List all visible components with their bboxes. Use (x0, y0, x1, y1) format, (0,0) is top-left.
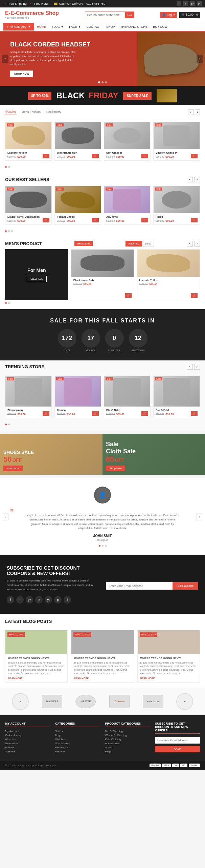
sale-badge: Sale (106, 123, 113, 126)
promo-cloth-btn[interactable]: Shop Now (106, 466, 125, 471)
mc-icon: MC (180, 764, 187, 767)
mens-nav: ‹ › (187, 241, 200, 246)
footer-link[interactable]: Women's Clothing (105, 734, 150, 737)
promo-cloth-sub: Cloth Sale (106, 448, 136, 455)
mens-tabs: Watches Belts (126, 241, 154, 246)
blog-image: May 10, 2015 (5, 630, 67, 654)
price-new: $99.00 (165, 155, 174, 158)
nav-trending[interactable]: TRENDING STORE (118, 22, 150, 31)
avatar: 👤 (95, 488, 110, 503)
product-card: Sale Bic G Brid $199.00 $99.00 🛒 (104, 376, 151, 418)
nav-shop[interactable]: SHOP (104, 22, 118, 31)
product-name: Lacoste Yellow (139, 279, 198, 282)
countdown-seconds: 12 SECONDS (129, 329, 147, 352)
add-to-cart-button[interactable]: 🛒 (191, 154, 198, 158)
product-info: Lacoste Yellow $199.00 $99.00 (137, 277, 200, 288)
brand-logo-chocolate: Chocolate (109, 695, 130, 708)
product-card: Lacoste Yellow $199.00 $99.00 🛒 (137, 249, 200, 300)
mens-tab-belts[interactable]: Belts (142, 241, 154, 246)
nav-buynow[interactable]: BUY NOW (150, 22, 170, 31)
bs-prev[interactable]: ‹ (187, 177, 192, 182)
add-to-cart-button[interactable]: 🛒 (191, 218, 198, 222)
dot-2[interactable] (101, 81, 104, 83)
price-old: $199.00 (106, 156, 115, 158)
search-button[interactable]: GO (126, 12, 134, 18)
testdot-1[interactable] (99, 545, 100, 547)
mens-next[interactable]: › (194, 241, 200, 246)
nav-contact[interactable]: CONTACT (84, 22, 104, 31)
google-plus-icon[interactable]: g+ (190, 1, 195, 6)
brand-logo-navigator: NAVIGATOR (143, 695, 163, 708)
blog-card: May 10, 2015 WHERE TRENDS GOING NEXT1 si… (137, 630, 200, 683)
mens-prev[interactable]: ‹ (187, 241, 192, 246)
price-new: $99.00 (116, 155, 124, 158)
minutes-value: 0 (105, 329, 124, 348)
bf-image (157, 89, 177, 102)
add-to-cart-button[interactable]: 🛒 (191, 411, 198, 416)
tab-next[interactable]: › (195, 109, 200, 115)
add-to-cart-button[interactable]: 🛒 (92, 218, 99, 222)
footer-subscribe-button[interactable]: SEND (155, 746, 200, 752)
read-more-button[interactable]: READ MORE (140, 677, 197, 679)
footer-link[interactable]: Bags (105, 750, 150, 753)
sale-badge: Sale (155, 377, 162, 380)
tab-prev[interactable]: ‹ (188, 109, 193, 115)
product-card: Sale Vincent Chase P $199.00 $99.00 🛒 (153, 122, 200, 161)
footer-link[interactable]: Shoes (105, 746, 150, 749)
product-thumb (163, 125, 190, 146)
subscribe-email-input[interactable] (106, 582, 173, 590)
add-to-cart-button[interactable]: 🛒 (191, 293, 198, 298)
testdot-3[interactable] (105, 545, 107, 547)
add-to-cart-button[interactable]: 🛒 (125, 293, 132, 298)
subscribe-button[interactable]: SUBSCRIBE (173, 582, 198, 590)
promo-cloth-pct: 65 (106, 455, 114, 464)
sale-badge: Sale (155, 123, 162, 126)
product-thumb (113, 127, 141, 144)
add-to-cart-button[interactable]: 🛒 (141, 218, 148, 222)
cart-button[interactable]: 🛒 $0.00 - 0 (179, 12, 200, 18)
product-image (154, 376, 200, 407)
testdot-2[interactable] (102, 545, 104, 547)
promo-banner-cloth: Sale Cloth Sale 65 OFF Shop Now (102, 434, 205, 475)
facebook-icon[interactable]: f (177, 1, 181, 6)
promo-cloth-discount: 65 OFF (106, 455, 136, 464)
product-thumb (146, 254, 190, 272)
product-thumb (81, 255, 124, 271)
search-input[interactable] (85, 12, 126, 18)
trending-prev[interactable]: ‹ (187, 364, 192, 370)
countdown-minutes: 0 MINUTES (105, 329, 124, 352)
footer-link[interactable]: Accessories (105, 742, 150, 745)
add-to-cart-button[interactable]: 🛒 (141, 411, 148, 416)
price-new: $99.00 (149, 283, 157, 286)
twitter-icon[interactable]: t (183, 1, 188, 6)
footer-col-title: PRODUCT CATEGORIES (105, 722, 150, 727)
search-bar: GO (85, 12, 134, 18)
visa-icon: VISA (162, 764, 171, 767)
price-old: $199.00 (139, 283, 147, 285)
promo-content: Shoes Sale 50 OFF Shop Now (3, 450, 34, 471)
footer-email-input[interactable] (155, 737, 200, 744)
add-to-cart-button[interactable]: 🛒 (92, 154, 99, 158)
footer-link[interactable]: Men's Clothing (105, 730, 150, 733)
promo-shoes-off: OFF (12, 457, 22, 463)
mens-tab-watches[interactable]: Watches (126, 241, 142, 246)
add-to-cart-button[interactable]: 🛒 (141, 154, 148, 158)
footer-col-title: SUBSCRIBE TO GET DISCOUNTS AND NEW OFFER… (155, 722, 200, 734)
trending-next[interactable]: › (194, 364, 200, 370)
linkedin-icon[interactable]: in (197, 1, 202, 6)
tab-navigation: ‹ › (188, 109, 200, 115)
promo-shoes-btn[interactable]: Shop Now (3, 466, 23, 471)
mens-view-all[interactable]: VIEW ALL (27, 276, 46, 282)
trending-nav: ‹ › (187, 364, 200, 370)
hero-next-arrow[interactable]: › (197, 55, 203, 63)
testimonial-next[interactable]: › (197, 513, 202, 520)
add-to-cart-button[interactable]: 🛒 (92, 411, 99, 416)
super-sale-badge: SUPER SALE (123, 92, 152, 100)
dot-3[interactable] (105, 81, 107, 83)
brand-logo-6: ◆ (176, 693, 193, 710)
dot-1[interactable] (98, 81, 100, 83)
footer-link[interactable]: Kids Clothing (105, 738, 150, 741)
product-card: Sale Sun Glasses $199.00 $99.00 🛒 (104, 122, 151, 161)
login-button[interactable]: 👤 Log In (160, 12, 177, 18)
bs-next[interactable]: › (194, 177, 200, 182)
